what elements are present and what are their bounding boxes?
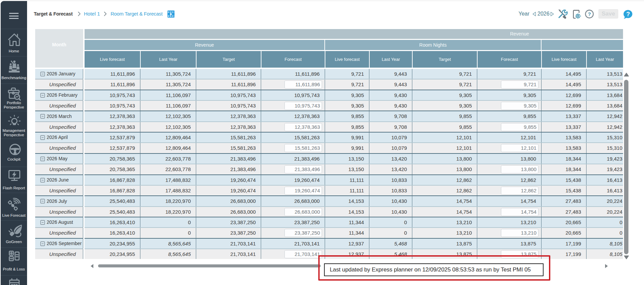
svg-text:?: ? bbox=[626, 11, 630, 18]
svg-text:?: ? bbox=[588, 11, 591, 17]
